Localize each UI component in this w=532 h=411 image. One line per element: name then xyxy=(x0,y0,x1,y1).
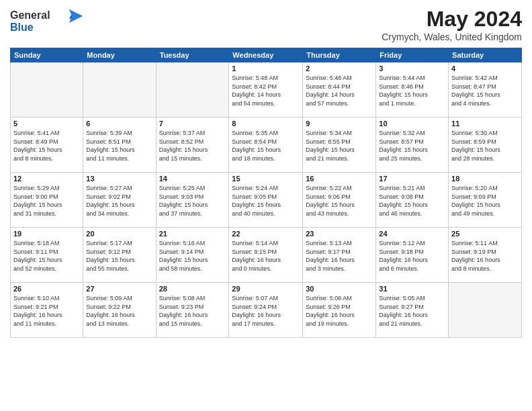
calendar-cell: 26Sunrise: 5:10 AM Sunset: 9:21 PM Dayli… xyxy=(11,283,83,338)
calendar-cell: 8Sunrise: 5:35 AM Sunset: 8:54 PM Daylig… xyxy=(229,118,303,173)
day-number: 24 xyxy=(379,230,445,238)
day-number: 18 xyxy=(451,175,519,183)
calendar-cell: 21Sunrise: 5:16 AM Sunset: 9:14 PM Dayli… xyxy=(156,228,229,283)
logo-icon: General Blue xyxy=(10,7,84,36)
day-number: 3 xyxy=(379,64,445,73)
calendar-cell: 17Sunrise: 5:21 AM Sunset: 9:08 PM Dayli… xyxy=(376,173,449,228)
day-info: Sunrise: 5:32 AM Sunset: 8:57 PM Dayligh… xyxy=(379,129,445,163)
calendar-cell: 4Sunrise: 5:42 AM Sunset: 8:47 PM Daylig… xyxy=(449,62,522,118)
day-number: 26 xyxy=(13,285,80,293)
day-info: Sunrise: 5:13 AM Sunset: 9:17 PM Dayligh… xyxy=(306,239,373,273)
svg-text:General: General xyxy=(10,9,50,21)
calendar-cell: 19Sunrise: 5:18 AM Sunset: 9:11 PM Dayli… xyxy=(11,228,83,283)
calendar: SundayMondayTuesdayWednesdayThursdayFrid… xyxy=(10,48,522,338)
day-info: Sunrise: 5:16 AM Sunset: 9:14 PM Dayligh… xyxy=(159,239,226,273)
day-number: 1 xyxy=(232,64,300,73)
day-number: 28 xyxy=(159,285,226,293)
day-info: Sunrise: 5:06 AM Sunset: 9:26 PM Dayligh… xyxy=(306,294,373,328)
calendar-cell: 30Sunrise: 5:06 AM Sunset: 9:26 PM Dayli… xyxy=(303,283,376,338)
day-number: 27 xyxy=(86,285,152,293)
calendar-cell: 25Sunrise: 5:11 AM Sunset: 9:19 PM Dayli… xyxy=(449,228,522,283)
day-number: 7 xyxy=(159,120,226,128)
weekday-header-thursday: Thursday xyxy=(303,48,376,62)
calendar-cell xyxy=(83,62,156,118)
calendar-cell: 29Sunrise: 5:07 AM Sunset: 9:24 PM Dayli… xyxy=(229,283,303,338)
calendar-cell: 11Sunrise: 5:30 AM Sunset: 8:59 PM Dayli… xyxy=(449,118,522,173)
week-row-1: 1Sunrise: 5:48 AM Sunset: 8:42 PM Daylig… xyxy=(11,62,522,118)
calendar-cell: 28Sunrise: 5:08 AM Sunset: 9:23 PM Dayli… xyxy=(156,283,229,338)
day-number: 12 xyxy=(13,175,80,183)
day-number: 25 xyxy=(451,230,519,238)
calendar-cell: 7Sunrise: 5:37 AM Sunset: 8:52 PM Daylig… xyxy=(156,118,229,173)
day-info: Sunrise: 5:24 AM Sunset: 9:05 PM Dayligh… xyxy=(232,184,300,218)
day-number: 29 xyxy=(232,285,300,293)
logo: General Blue xyxy=(10,7,84,39)
month-year: May 2024 xyxy=(382,7,522,32)
day-info: Sunrise: 5:35 AM Sunset: 8:54 PM Dayligh… xyxy=(232,129,300,163)
day-number: 20 xyxy=(86,230,152,238)
weekday-header-monday: Monday xyxy=(83,48,156,62)
day-number: 5 xyxy=(13,120,80,128)
title-block: May 2024 Crymych, Wales, United Kingdom xyxy=(382,7,522,42)
day-info: Sunrise: 5:48 AM Sunset: 8:42 PM Dayligh… xyxy=(232,74,300,107)
day-info: Sunrise: 5:11 AM Sunset: 9:19 PM Dayligh… xyxy=(451,239,519,273)
day-info: Sunrise: 5:39 AM Sunset: 8:51 PM Dayligh… xyxy=(86,129,152,163)
day-info: Sunrise: 5:30 AM Sunset: 8:59 PM Dayligh… xyxy=(451,129,519,163)
day-info: Sunrise: 5:18 AM Sunset: 9:11 PM Dayligh… xyxy=(13,239,80,273)
calendar-cell xyxy=(449,283,522,338)
svg-text:Blue: Blue xyxy=(10,21,34,33)
day-info: Sunrise: 5:27 AM Sunset: 9:02 PM Dayligh… xyxy=(86,184,152,218)
calendar-cell: 27Sunrise: 5:09 AM Sunset: 9:22 PM Dayli… xyxy=(83,283,156,338)
day-info: Sunrise: 5:10 AM Sunset: 9:21 PM Dayligh… xyxy=(13,294,80,328)
day-number: 13 xyxy=(86,175,152,183)
day-info: Sunrise: 5:29 AM Sunset: 9:00 PM Dayligh… xyxy=(13,184,80,218)
day-info: Sunrise: 5:42 AM Sunset: 8:47 PM Dayligh… xyxy=(451,74,519,107)
calendar-cell: 24Sunrise: 5:12 AM Sunset: 9:18 PM Dayli… xyxy=(376,228,449,283)
day-number: 14 xyxy=(159,175,226,183)
weekday-header-friday: Friday xyxy=(376,48,449,62)
day-number: 11 xyxy=(451,120,519,128)
calendar-cell xyxy=(11,62,83,118)
day-number: 22 xyxy=(232,230,300,238)
calendar-cell: 10Sunrise: 5:32 AM Sunset: 8:57 PM Dayli… xyxy=(376,118,449,173)
day-number: 16 xyxy=(306,175,373,183)
day-info: Sunrise: 5:37 AM Sunset: 8:52 PM Dayligh… xyxy=(159,129,226,163)
day-info: Sunrise: 5:25 AM Sunset: 9:03 PM Dayligh… xyxy=(159,184,226,218)
calendar-cell: 23Sunrise: 5:13 AM Sunset: 9:17 PM Dayli… xyxy=(303,228,376,283)
day-number: 15 xyxy=(232,175,300,183)
day-number: 9 xyxy=(306,120,373,128)
day-number: 30 xyxy=(306,285,373,293)
day-number: 19 xyxy=(13,230,80,238)
day-info: Sunrise: 5:05 AM Sunset: 9:27 PM Dayligh… xyxy=(379,294,445,328)
location: Crymych, Wales, United Kingdom xyxy=(382,32,522,42)
calendar-cell: 14Sunrise: 5:25 AM Sunset: 9:03 PM Dayli… xyxy=(156,173,229,228)
weekday-header-saturday: Saturday xyxy=(449,48,522,62)
week-row-5: 26Sunrise: 5:10 AM Sunset: 9:21 PM Dayli… xyxy=(11,283,522,338)
weekday-header-wednesday: Wednesday xyxy=(229,48,303,62)
calendar-cell xyxy=(156,62,229,118)
day-info: Sunrise: 5:41 AM Sunset: 8:49 PM Dayligh… xyxy=(13,129,80,163)
day-number: 31 xyxy=(379,285,445,293)
calendar-cell: 12Sunrise: 5:29 AM Sunset: 9:00 PM Dayli… xyxy=(11,173,83,228)
day-number: 23 xyxy=(306,230,373,238)
week-row-4: 19Sunrise: 5:18 AM Sunset: 9:11 PM Dayli… xyxy=(11,228,522,283)
calendar-cell: 9Sunrise: 5:34 AM Sunset: 8:55 PM Daylig… xyxy=(303,118,376,173)
day-info: Sunrise: 5:14 AM Sunset: 9:15 PM Dayligh… xyxy=(232,239,300,273)
calendar-cell: 18Sunrise: 5:20 AM Sunset: 9:09 PM Dayli… xyxy=(449,173,522,228)
page: General Blue May 2024 Crymych, Wales, Un… xyxy=(0,0,532,345)
header: General Blue May 2024 Crymych, Wales, Un… xyxy=(10,7,522,42)
calendar-cell: 13Sunrise: 5:27 AM Sunset: 9:02 PM Dayli… xyxy=(83,173,156,228)
calendar-cell: 2Sunrise: 5:46 AM Sunset: 8:44 PM Daylig… xyxy=(303,62,376,118)
day-number: 2 xyxy=(306,64,373,73)
day-number: 10 xyxy=(379,120,445,128)
calendar-cell: 20Sunrise: 5:17 AM Sunset: 9:12 PM Dayli… xyxy=(83,228,156,283)
day-info: Sunrise: 5:12 AM Sunset: 9:18 PM Dayligh… xyxy=(379,239,445,273)
calendar-cell: 31Sunrise: 5:05 AM Sunset: 9:27 PM Dayli… xyxy=(376,283,449,338)
day-number: 4 xyxy=(451,64,519,73)
day-info: Sunrise: 5:22 AM Sunset: 9:06 PM Dayligh… xyxy=(306,184,373,218)
day-info: Sunrise: 5:09 AM Sunset: 9:22 PM Dayligh… xyxy=(86,294,152,328)
day-info: Sunrise: 5:34 AM Sunset: 8:55 PM Dayligh… xyxy=(306,129,373,163)
calendar-cell: 3Sunrise: 5:44 AM Sunset: 8:46 PM Daylig… xyxy=(376,62,449,118)
day-info: Sunrise: 5:20 AM Sunset: 9:09 PM Dayligh… xyxy=(451,184,519,218)
day-info: Sunrise: 5:08 AM Sunset: 9:23 PM Dayligh… xyxy=(159,294,226,328)
